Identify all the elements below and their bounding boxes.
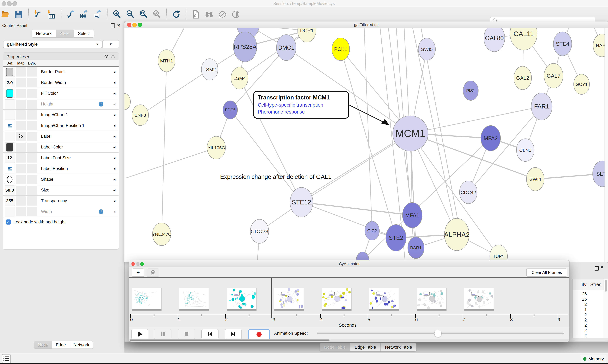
node-rps28a[interactable]: RPS28A bbox=[233, 32, 257, 62]
node-lsm4[interactable]: LSM4 bbox=[231, 67, 248, 89]
annotation-link[interactable]: Cell-type-specific transcription bbox=[258, 102, 345, 108]
node-ste2[interactable]: STE2 bbox=[386, 224, 406, 251]
timeline[interactable]: 0123456789 Seconds bbox=[129, 278, 569, 327]
skip-end-button[interactable] bbox=[225, 329, 242, 339]
node-far1[interactable]: FAR1 bbox=[531, 93, 552, 120]
properties-header[interactable]: Properties ▾ bbox=[3, 53, 119, 60]
frame-thumbnail-7[interactable] bbox=[464, 288, 494, 310]
tab-edge-table[interactable]: Edge Table bbox=[350, 343, 381, 351]
bypass-cell[interactable] bbox=[27, 164, 37, 173]
pause-button[interactable] bbox=[154, 329, 171, 339]
node-pis1[interactable]: PIS1 bbox=[463, 81, 478, 100]
tab-network-table[interactable]: Network Table bbox=[381, 343, 416, 351]
expand-arrow-icon[interactable]: ◂ bbox=[113, 188, 115, 193]
zoom-icon[interactable] bbox=[138, 23, 142, 27]
node-ynl047c[interactable]: YNL047C bbox=[152, 223, 171, 246]
export-image-icon[interactable] bbox=[93, 10, 102, 19]
memory-button[interactable]: Memory bbox=[581, 355, 606, 363]
edge[interactable] bbox=[230, 110, 302, 202]
zoom-in-icon[interactable] bbox=[112, 10, 122, 19]
frame-thumbnail-3[interactable] bbox=[274, 288, 304, 310]
zoom-fit-icon[interactable] bbox=[139, 10, 148, 19]
default-value-cell[interactable] bbox=[5, 143, 15, 152]
network-vscrollbar[interactable] bbox=[605, 28, 608, 262]
import-network-icon[interactable] bbox=[33, 10, 43, 19]
edge[interactable] bbox=[364, 28, 372, 231]
expand-arrow-icon[interactable]: ◂ bbox=[113, 198, 115, 203]
mapping-cell[interactable] bbox=[16, 164, 26, 173]
expand-arrow-icon[interactable]: ◂ bbox=[113, 91, 115, 96]
node-gcy1[interactable]: GCY1 bbox=[574, 74, 590, 94]
default-value-cell[interactable]: 12 bbox=[5, 153, 15, 163]
scrollbar-thumb[interactable] bbox=[130, 339, 330, 341]
tab-network[interactable]: Network bbox=[32, 30, 56, 37]
expand-arrow-icon[interactable]: ◂ bbox=[113, 112, 115, 117]
timeline-hscrollbar[interactable] bbox=[129, 339, 569, 341]
node-yil105c[interactable]: YIL105C bbox=[207, 136, 225, 159]
show-all-icon[interactable] bbox=[231, 10, 240, 19]
edge[interactable] bbox=[310, 143, 393, 195]
bypass-cell[interactable] bbox=[27, 207, 37, 216]
node-pdc5[interactable]: PDC5 bbox=[223, 101, 237, 119]
bypass-cell[interactable] bbox=[27, 132, 37, 141]
node-nls[interactable] bbox=[124, 93, 130, 110]
bypass-cell[interactable] bbox=[27, 100, 37, 109]
default-value-cell[interactable] bbox=[5, 207, 15, 217]
node-mfa2[interactable]: MFA2 bbox=[481, 126, 500, 151]
default-value-cell[interactable]: 255 bbox=[5, 196, 15, 206]
delete-frame-button[interactable] bbox=[147, 269, 159, 277]
node-mfa1[interactable]: MFA1 bbox=[402, 203, 422, 228]
hide-selected-icon[interactable] bbox=[218, 10, 227, 19]
float-panel-icon[interactable] bbox=[595, 266, 599, 271]
expand-arrow-icon[interactable]: ◂ bbox=[113, 134, 115, 139]
mapping-cell[interactable] bbox=[16, 196, 26, 206]
default-value-cell[interactable] bbox=[5, 110, 15, 120]
expand-arrow-icon[interactable]: ◂ bbox=[113, 145, 115, 150]
node-gic2[interactable]: GIC2 bbox=[365, 221, 379, 240]
import-table-icon[interactable] bbox=[47, 10, 56, 19]
network-canvas[interactable]: RPS28BDCP1RPS28ADMC1PCK1MTH1LSM2LSM4SWI5… bbox=[124, 28, 608, 262]
node-ste4[interactable]: STE4 bbox=[553, 32, 572, 56]
frame-thumbnail-5[interactable] bbox=[369, 288, 399, 310]
default-value-cell[interactable] bbox=[5, 132, 15, 141]
playhead[interactable] bbox=[271, 278, 272, 318]
frame-thumbnail-4[interactable] bbox=[322, 288, 351, 310]
node-lsm2[interactable]: LSM2 bbox=[201, 59, 218, 80]
bypass-cell[interactable] bbox=[27, 110, 37, 119]
minimize-icon[interactable] bbox=[132, 23, 137, 27]
save-session-icon[interactable] bbox=[14, 10, 23, 19]
play-button[interactable] bbox=[131, 329, 148, 339]
edge[interactable] bbox=[162, 61, 166, 234]
node-swi4[interactable]: SWI4 bbox=[526, 168, 544, 191]
node-gal7[interactable]: GAL7 bbox=[544, 64, 563, 88]
expand-arrow-icon[interactable]: ◂ bbox=[113, 80, 115, 85]
bypass-cell[interactable] bbox=[27, 153, 37, 163]
expand-all-icon[interactable] bbox=[104, 54, 109, 59]
mapping-cell[interactable] bbox=[16, 143, 26, 152]
node-gal2[interactable]: GAL2 bbox=[514, 66, 532, 90]
node-mth1[interactable]: MTH1 bbox=[158, 50, 175, 72]
skip-start-button[interactable] bbox=[201, 329, 219, 339]
close-panel-icon[interactable]: × bbox=[601, 265, 603, 270]
record-button[interactable] bbox=[248, 329, 270, 340]
mapping-cell[interactable] bbox=[16, 110, 26, 119]
table-vscrollbar[interactable] bbox=[604, 279, 608, 338]
default-value-cell[interactable]: 2.0 bbox=[5, 78, 15, 87]
tab-style[interactable]: Style bbox=[56, 30, 74, 37]
edge[interactable] bbox=[410, 133, 535, 179]
annotation-box[interactable]: Transcription factor MCM1 Cell-type-spec… bbox=[253, 91, 349, 119]
open-session-folder-icon[interactable] bbox=[1, 10, 10, 19]
bypass-cell[interactable] bbox=[27, 175, 37, 184]
close-icon[interactable] bbox=[127, 23, 131, 27]
close-panel-icon[interactable]: × bbox=[117, 23, 120, 28]
node-snf3[interactable]: SNF3 bbox=[132, 105, 149, 126]
export-network-icon[interactable] bbox=[66, 10, 76, 19]
mapping-cell[interactable] bbox=[16, 78, 26, 87]
expand-arrow-icon[interactable]: ◂ bbox=[113, 166, 115, 171]
bypass-cell[interactable] bbox=[27, 143, 37, 152]
default-value-cell[interactable] bbox=[5, 164, 15, 173]
edge[interactable] bbox=[126, 148, 216, 178]
tab-node-table[interactable]: Node Table bbox=[320, 343, 350, 351]
node-cln3[interactable]: CLN3 bbox=[516, 139, 534, 161]
panel-menu-button[interactable] bbox=[2, 354, 11, 363]
